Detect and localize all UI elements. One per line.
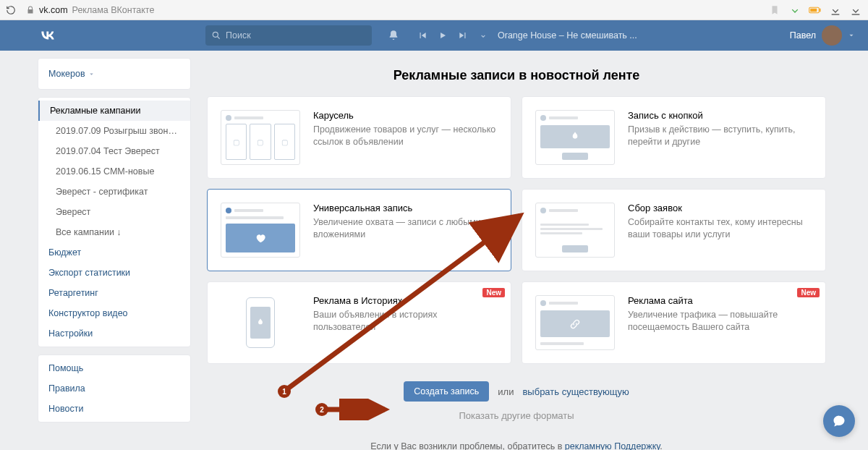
sidebar-help-item[interactable]: Правила [38,378,190,399]
sidebar-link-item[interactable]: Экспорт статистики [38,263,190,283]
account-selector[interactable]: Мокеров [38,61,190,86]
chevron-down-icon [848,32,855,39]
sidebar-link-item[interactable]: Настройки [38,323,190,344]
or-label: или [498,386,514,397]
sidebar-campaign-item[interactable]: Эверест - сертификат [38,182,190,202]
reload-icon[interactable] [6,5,16,15]
sidebar-help-block: ПомощьПравилаНовости [38,355,191,423]
chat-fab[interactable] [823,405,855,437]
format-desc: Ваши объявления в историях пользователей [313,309,498,334]
format-card[interactable]: Сбор заявокСобирайте контакты тех, кому … [522,189,826,271]
sidebar-link-item[interactable]: Ретаргетинг [38,283,190,303]
sidebar-campaign-item[interactable]: Эверест [38,202,190,222]
sidebar-link-item[interactable]: Бюджет [38,242,190,263]
format-desc: Собирайте контакты тех, кому интересны в… [628,216,812,241]
vk-logo[interactable] [38,25,58,46]
page-title: Реклама ВКонтакте [72,5,155,15]
music-next-icon[interactable] [457,30,469,41]
sidebar: Мокеров Рекламные кампании 2019.07.09 Ро… [38,58,191,450]
bookmark-icon[interactable] [768,4,781,17]
format-desc: Продвижение товаров и услуг — несколько … [313,124,498,148]
sidebar-account-block: Мокеров [38,58,191,90]
choose-existing-link[interactable]: выбрать существующую [522,386,629,397]
download-arrow-icon-3[interactable] [849,4,862,17]
music-controls: Orange House – Не смешивать ... [417,30,637,41]
support-link[interactable]: рекламную Поддержку [565,441,660,450]
format-title: Запись с кнопкой [628,110,812,121]
chat-icon [832,414,846,428]
format-desc: Увеличение охвата — записи с любыми влож… [313,216,498,241]
address-bar[interactable]: vk.com Реклама ВКонтакте [26,5,154,15]
music-prev-icon[interactable] [417,30,428,41]
user-menu[interactable]: Павел [790,25,855,46]
more-formats-link[interactable]: Показать другие форматы [207,410,826,421]
sidebar-item-campaigns[interactable]: Рекламные кампании [38,101,190,121]
new-badge: New [482,288,505,297]
format-title: Сбор заявок [628,203,812,213]
format-card[interactable]: Реклама в ИсторияхВаши объявления в исто… [207,281,511,364]
page-heading: Рекламные записи в новостной ленте [207,58,826,96]
format-title: Реклама сайта [628,295,812,306]
url-domain: vk.com [39,5,68,15]
svg-rect-4 [852,14,860,14]
sidebar-campaign-item[interactable]: 2019.07.09 Розыгрыш звонка ... [38,121,190,141]
download-arrow-icon[interactable] [788,4,801,17]
user-name: Павел [790,30,816,41]
main: Рекламные записи в новостной ленте ▢▢▢Ка… [191,58,842,450]
account-name: Мокеров [48,69,85,79]
formats-grid: ▢▢▢КарусельПродвижение товаров и услуг —… [207,96,826,364]
format-title: Карусель [313,110,498,121]
sidebar-campaign-item[interactable]: 2019.06.15 СММ-новые [38,161,190,182]
music-play-icon[interactable] [437,30,448,41]
svg-rect-2 [820,8,821,12]
browser-chrome: vk.com Реклама ВКонтакте [0,0,868,20]
new-badge: New [797,288,820,297]
svg-point-5 [213,32,218,37]
search-icon [211,30,221,41]
topbar: Orange House – Не смешивать ... Павел [0,20,868,51]
search-input-wrap[interactable] [205,25,372,46]
actions-row: Создать запись или выбрать существующую [207,381,826,402]
format-desc: Увеличение трафика — повышайте посещаемо… [628,309,812,334]
music-down-icon[interactable] [477,30,489,41]
format-card[interactable]: Универсальная записьУвеличение охвата — … [207,189,511,271]
download-arrow-icon-2[interactable] [829,4,842,17]
format-title: Универсальная запись [313,203,498,213]
svg-rect-1 [810,8,817,12]
avatar [822,25,842,46]
svg-rect-3 [832,14,840,14]
battery-icon [809,4,822,17]
footer-note: Если у Вас возникли проблемы, обратитесь… [207,441,826,450]
music-title[interactable]: Orange House – Не смешивать ... [498,30,637,41]
sidebar-help-item[interactable]: Помощь [38,358,190,378]
sidebar-main-block: Рекламные кампании 2019.07.09 Розыгрыш з… [38,97,191,347]
format-title: Реклама в Историях [313,295,498,306]
sidebar-link-item[interactable]: Конструктор видео [38,303,190,323]
lock-icon [26,6,35,14]
format-card[interactable]: Реклама сайтаУвеличение трафика — повыша… [522,281,826,364]
create-record-button[interactable]: Создать запись [404,381,489,402]
sidebar-campaign-item[interactable]: 2019.07.04 Тест Эверест [38,141,190,161]
search-input[interactable] [226,30,366,41]
format-card[interactable]: Запись с кнопкойПризыв к действию — всту… [522,96,826,179]
format-card[interactable]: ▢▢▢КарусельПродвижение товаров и услуг —… [207,96,511,179]
chevron-down-icon [88,71,95,77]
format-desc: Призыв к действию — вступить, купить, пе… [628,124,812,148]
notifications-icon[interactable] [388,30,399,41]
sidebar-help-item[interactable]: Новости [38,399,190,419]
sidebar-campaign-item[interactable]: Все кампании ↓ [38,222,190,242]
